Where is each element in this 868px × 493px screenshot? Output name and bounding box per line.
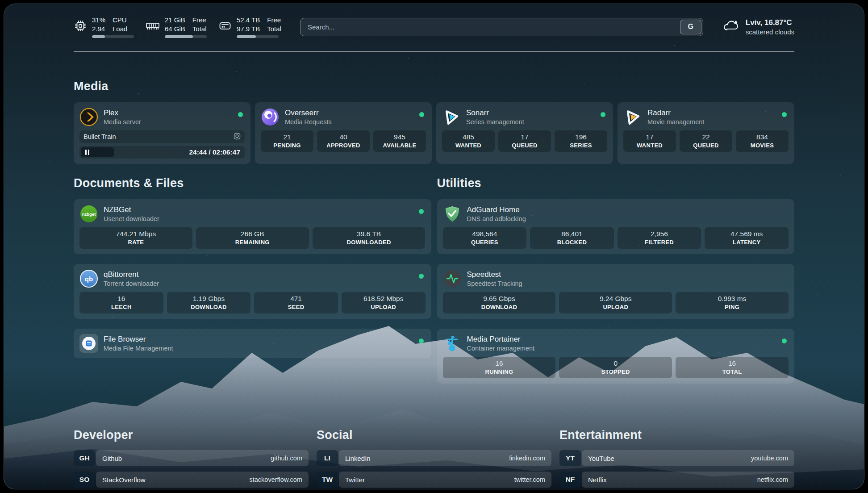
qbittorrent-card[interactable]: qb qBittorrent Torrent downloader 16 bbox=[74, 264, 431, 319]
bookmark-netflix[interactable]: NF Netflix netflix.com bbox=[559, 472, 794, 488]
utilities-section: Utilities bbox=[437, 176, 795, 384]
disk-widget: 52.4 TB 97.9 TB Free Total bbox=[218, 16, 281, 38]
stat-label: TOTAL bbox=[678, 368, 786, 375]
service-title: Plex bbox=[104, 109, 141, 117]
stat-label: APPROVED bbox=[320, 142, 367, 149]
bookmark-youtube[interactable]: YT YouTube youtube.com bbox=[559, 450, 794, 466]
bookmark-stackoverflow[interactable]: SO StackOverflow stackoverflow.com bbox=[74, 472, 309, 488]
bookmark-abbr: GH bbox=[74, 450, 95, 466]
dashboard-window: 31% 2.94 CPU Load bbox=[4, 4, 864, 489]
stat-value: 16 bbox=[678, 359, 786, 368]
top-bar: 31% 2.94 CPU Load bbox=[74, 4, 794, 52]
sonarr-card[interactable]: Sonarr Series management 485 WANTED 17 Q… bbox=[436, 102, 613, 164]
stat-value: 17 bbox=[501, 133, 548, 141]
service-subtitle: Media server bbox=[104, 118, 141, 125]
bookmark-github[interactable]: GH Github github.com bbox=[74, 450, 309, 466]
stat-value: 471 bbox=[257, 295, 335, 303]
stat-value: 22 bbox=[682, 133, 730, 141]
service-subtitle: Media Requests bbox=[285, 118, 332, 125]
status-dot bbox=[782, 112, 787, 117]
service-title: Radarr bbox=[647, 109, 704, 117]
bookmark-linkedin[interactable]: LI LinkedIn linkedin.com bbox=[317, 450, 551, 466]
bookmark-url: stackoverflow.com bbox=[250, 476, 302, 483]
social-section-title: Social bbox=[317, 428, 551, 442]
filebrowser-card[interactable]: File Browser Media File Management bbox=[74, 329, 431, 358]
nzbget-card[interactable]: nzbget NZBGet Usenet downloader 744. bbox=[74, 199, 431, 254]
player-progress-fill bbox=[81, 147, 114, 157]
service-subtitle: Series management bbox=[466, 118, 524, 125]
plex-icon bbox=[79, 108, 98, 126]
memory-labels: Free Total bbox=[192, 16, 207, 33]
stat-value: 266 GB bbox=[199, 230, 306, 238]
memory-icon bbox=[146, 19, 160, 34]
cpu-values: 31% 2.94 bbox=[92, 16, 105, 33]
stat-value: 9.65 Gbps bbox=[446, 295, 553, 303]
memory-label-bottom: Total bbox=[192, 25, 207, 33]
bookmark-abbr: NF bbox=[559, 472, 581, 488]
weather-widget: Lviv, 16.87°C scattered clouds bbox=[722, 18, 794, 36]
stat-value: 744.21 Mbps bbox=[82, 230, 190, 238]
stat-label: UPLOAD bbox=[344, 304, 423, 310]
stat-label: WANTED bbox=[626, 142, 673, 149]
stat-value: 9.24 Gbps bbox=[562, 295, 669, 303]
disk-progress-bar bbox=[237, 35, 279, 38]
disk-values: 52.4 TB 97.9 TB bbox=[237, 16, 260, 33]
stat-value: 945 bbox=[376, 133, 423, 141]
cpu-widget: 31% 2.94 CPU Load bbox=[74, 16, 134, 38]
resource-widgets: 31% 2.94 CPU Load bbox=[74, 16, 281, 38]
stat-label: QUEUED bbox=[682, 142, 730, 149]
stat-label: FILTERED bbox=[620, 239, 699, 246]
bookmark-abbr: YT bbox=[559, 450, 581, 466]
disk-label-top: Free bbox=[267, 16, 281, 25]
stat-value: 40 bbox=[320, 133, 367, 141]
stat-value: 618.52 Mbps bbox=[344, 295, 423, 303]
pause-icon[interactable] bbox=[85, 150, 89, 155]
bookmark-name: LinkedIn bbox=[345, 455, 371, 462]
stat-label: PENDING bbox=[263, 142, 311, 149]
stat-label: RUNNING bbox=[446, 368, 553, 375]
memory-values: 21 GiB 64 GiB bbox=[165, 16, 185, 33]
service-subtitle: Container management bbox=[467, 345, 535, 352]
bookmark-abbr: SO bbox=[74, 472, 95, 488]
stat-value: 21 bbox=[263, 133, 311, 141]
stat-tile: 0.993 ms PING bbox=[676, 292, 789, 313]
stat-tile: 0 STOPPED bbox=[559, 357, 672, 378]
service-subtitle: Usenet downloader bbox=[104, 215, 159, 222]
bookmark-twitter[interactable]: TW Twitter twitter.com bbox=[317, 472, 551, 488]
memory-total: 64 GiB bbox=[165, 25, 185, 33]
developer-section: Developer GH Github github.com SO StackO… bbox=[74, 428, 309, 489]
disk-labels: Free Total bbox=[267, 16, 281, 33]
cpu-load: 2.94 bbox=[92, 25, 105, 33]
stat-tile: 618.52 Mbps UPLOAD bbox=[342, 292, 426, 313]
disk-free: 52.4 TB bbox=[237, 16, 260, 25]
stat-tile: 744.21 Mbps RATE bbox=[79, 227, 192, 249]
filebrowser-icon bbox=[79, 334, 98, 353]
stat-value: 0 bbox=[562, 359, 669, 368]
stat-tile: 39.6 TB DOWNLOADED bbox=[313, 227, 426, 249]
stat-value: 196 bbox=[557, 133, 605, 141]
cpu-labels: CPU Load bbox=[113, 16, 127, 33]
service-title: Media Portainer bbox=[467, 335, 535, 344]
bookmark-name: Twitter bbox=[345, 476, 365, 484]
overseerr-card[interactable]: Overseerr Media Requests 21 PENDING 40 A… bbox=[255, 102, 432, 164]
plex-card[interactable]: Plex Media server Bullet Train bbox=[74, 102, 250, 164]
cpu-usage: 31% bbox=[92, 16, 105, 25]
search-provider-button[interactable]: G bbox=[680, 20, 701, 34]
stat-tile: 86,401 BLOCKED bbox=[530, 227, 614, 249]
svg-text:nzbget: nzbget bbox=[82, 212, 96, 217]
stat-tile: 9.65 Gbps DOWNLOAD bbox=[443, 292, 556, 313]
adguard-card[interactable]: AdGuard Home DNS and adblocking 498,564 … bbox=[437, 199, 795, 254]
stat-label: WANTED bbox=[445, 142, 492, 149]
now-playing-icon bbox=[234, 133, 241, 141]
social-section: Social LI LinkedIn linkedin.com TW Twitt… bbox=[317, 428, 551, 489]
stat-tile: 17 WANTED bbox=[623, 130, 676, 152]
sonarr-icon bbox=[442, 108, 461, 126]
speedtest-card[interactable]: Speedtest Speedtest Tracking 9.65 Gbps D… bbox=[437, 264, 795, 319]
portainer-card[interactable]: Media Portainer Container management 16 … bbox=[437, 329, 795, 384]
radarr-card[interactable]: Radarr Movie management 17 WANTED 22 QUE… bbox=[618, 102, 794, 164]
stat-value: 1.19 Gbps bbox=[170, 295, 248, 303]
stat-label: QUERIES bbox=[446, 239, 524, 246]
search-input[interactable] bbox=[300, 18, 703, 36]
status-dot bbox=[419, 338, 424, 343]
media-section: Media Plex Media server bbox=[74, 79, 794, 164]
